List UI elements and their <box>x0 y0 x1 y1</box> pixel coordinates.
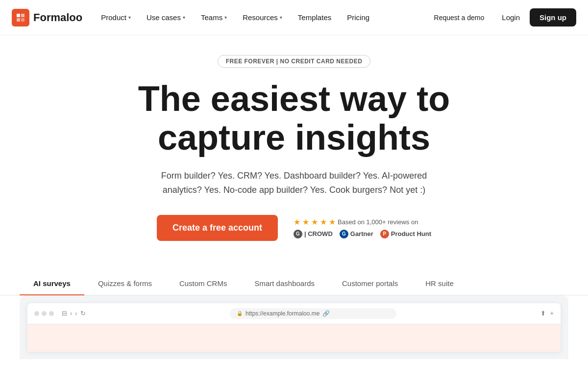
browser-nav-icons: ⊟ ‹ › ↻ <box>62 310 86 317</box>
nav-templates[interactable]: Templates <box>291 9 338 26</box>
tab-ai-surveys[interactable]: AI surveys <box>20 272 84 295</box>
reviews-block: ★ ★ ★ ★ ★ Based on 1,000+ reviews on G |… <box>294 217 431 238</box>
gartner-label: Gartner <box>350 230 373 237</box>
refresh-icon: ↻ <box>80 310 86 317</box>
create-account-button[interactable]: Create a free account <box>157 215 278 241</box>
chevron-down-icon: ▾ <box>224 15 227 20</box>
browser-content <box>27 324 561 352</box>
logo[interactable]: Formaloo <box>12 9 82 26</box>
star-5: ★ <box>329 217 336 227</box>
browser-dots <box>34 311 54 316</box>
add-tab-icon: + <box>550 310 554 317</box>
tab-quizzes-forms[interactable]: Quizzes & forms <box>84 272 166 295</box>
browser-window: ⊟ ‹ › ↻ 🔒 https://example.formaloo.me 🔗 … <box>27 303 561 351</box>
svg-rect-1 <box>21 14 24 17</box>
hero-badge: FREE FOREVER | NO CREDIT CARD NEEDED <box>218 55 371 68</box>
review-logo-producthunt: P Product Hunt <box>380 230 431 238</box>
sidebar-toggle-icon: ⊟ <box>62 310 67 317</box>
nav-use-cases[interactable]: Use cases ▾ <box>140 9 192 26</box>
hero-title: The easiest way to capture insights <box>93 79 495 157</box>
crowd-icon: G <box>294 230 302 238</box>
logo-text: Formaloo <box>33 11 82 24</box>
nav-product[interactable]: Product ▾ <box>94 9 138 26</box>
forward-icon: › <box>75 310 77 317</box>
crowd-label: | CROWD <box>304 230 333 237</box>
chevron-down-icon: ▾ <box>183 15 185 20</box>
back-icon: ‹ <box>70 310 72 317</box>
browser-dot-3 <box>49 311 54 316</box>
review-logos: G | CROWD G Gartner P Product Hunt <box>294 230 431 238</box>
tabs-row: AI surveys Quizzes & forms Custom CRMs S… <box>0 272 588 295</box>
svg-rect-2 <box>17 18 20 22</box>
hero-section: FREE FOREVER | NO CREDIT CARD NEEDED The… <box>0 35 588 272</box>
signup-button[interactable]: Sign up <box>530 8 576 26</box>
url-text: https://example.formaloo.me <box>245 310 319 317</box>
star-3: ★ <box>311 217 318 227</box>
tab-customer-portals[interactable]: Customer portals <box>328 272 412 295</box>
browser-url-bar[interactable]: 🔒 https://example.formaloo.me 🔗 <box>230 308 396 319</box>
tab-hr-suite[interactable]: HR suite <box>412 272 467 295</box>
star-1: ★ <box>294 217 300 227</box>
nav-teams[interactable]: Teams ▾ <box>194 9 234 26</box>
nav-resources[interactable]: Resources ▾ <box>236 9 289 26</box>
login-button[interactable]: Login <box>494 9 528 26</box>
producthunt-label: Product Hunt <box>391 230 431 237</box>
nav-pricing[interactable]: Pricing <box>340 9 376 26</box>
tab-custom-crms[interactable]: Custom CRMs <box>166 272 241 295</box>
navbar: Formaloo Product ▾ Use cases ▾ Teams ▾ R… <box>0 0 588 35</box>
stars-row: ★ ★ ★ ★ ★ Based on 1,000+ reviews on <box>294 217 431 227</box>
reviews-text: Based on 1,000+ reviews on <box>338 218 418 226</box>
producthunt-icon: P <box>380 230 389 238</box>
review-logo-gartner: G Gartner <box>340 230 373 238</box>
share-icon: ⬆ <box>540 310 546 317</box>
hero-subtitle: Form builder? Yes. CRM? Yes. Dashboard b… <box>142 169 446 197</box>
request-demo-button[interactable]: Request a demo <box>426 10 492 26</box>
browser-right-icons: ⬆ + <box>540 310 554 317</box>
review-logo-crowd: G | CROWD <box>294 230 333 238</box>
link-icon: 🔗 <box>322 310 330 317</box>
preview-area: ⊟ ‹ › ↻ 🔒 https://example.formaloo.me 🔗 … <box>20 295 568 359</box>
star-2: ★ <box>302 217 309 227</box>
gartner-icon: G <box>340 230 348 238</box>
browser-bar: ⊟ ‹ › ↻ 🔒 https://example.formaloo.me 🔗 … <box>27 303 561 324</box>
svg-rect-0 <box>17 14 20 17</box>
chevron-down-icon: ▾ <box>280 15 282 20</box>
star-4: ★ <box>320 217 327 227</box>
tab-smart-dashboards[interactable]: Smart dashboards <box>241 272 328 295</box>
svg-rect-3 <box>21 18 24 22</box>
lock-icon: 🔒 <box>237 311 243 316</box>
chevron-down-icon: ▾ <box>128 15 131 20</box>
cta-row: Create a free account ★ ★ ★ ★ ★ Based on… <box>10 215 578 241</box>
logo-icon <box>12 9 29 26</box>
browser-dot-1 <box>34 311 39 316</box>
browser-dot-2 <box>42 311 47 316</box>
